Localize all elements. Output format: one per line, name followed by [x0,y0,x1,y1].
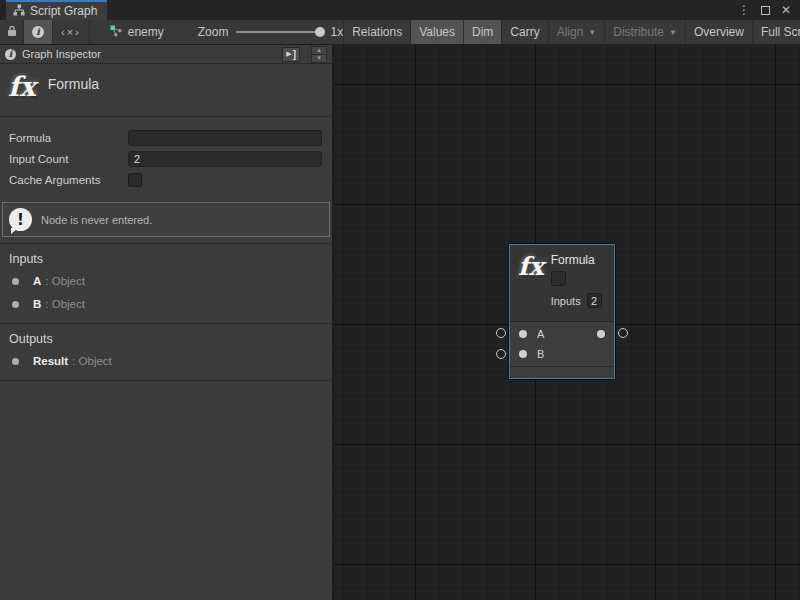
port-b-label: B [537,348,544,360]
spin-up-icon[interactable]: ▲ [311,46,327,55]
dock-icon-bracket: ] [293,49,296,60]
dock-icon: ▶ [286,50,291,58]
port-type: : Object [72,355,112,367]
formula-node-header[interactable]: fx Formula Inputs 2 [510,245,614,321]
distribute-dropdown-button[interactable]: Distribute▼ [604,20,685,44]
graph-canvas[interactable]: fx Formula Inputs 2 A [334,45,800,600]
port-name: A [33,275,41,287]
breadcrumb[interactable]: enemy [100,20,174,44]
cache-arguments-field-label: Cache Arguments [9,174,128,186]
carry-button[interactable]: Carry [501,20,547,44]
script-graph-window: Script Graph ⋮ ✕ i ‹×› enemy Zoom [0,0,800,600]
dim-label: Dim [472,25,493,39]
formula-node-title: Formula [551,253,602,267]
inspector-header: i Graph Inspector ▶] ▲ ▼ [0,45,332,64]
distribute-label: Distribute [613,25,664,39]
lock-icon [7,25,17,40]
align-dropdown-button[interactable]: Align▼ [548,20,605,44]
chevron-down-icon: ▼ [588,28,596,37]
port-row-b: B [510,344,614,364]
title-bar: Script Graph ⋮ ✕ [0,0,800,20]
full-screen-button[interactable]: Full Screen [752,20,800,44]
dock-panel-button[interactable]: ▶] [282,47,300,62]
warning-text: Node is never entered. [41,214,152,226]
close-icon[interactable]: ✕ [781,3,791,17]
zoom-control: Zoom 1x [198,20,343,44]
full-screen-label: Full Screen [761,25,800,39]
outputs-section: Outputs Result : Object [0,323,332,380]
values-button[interactable]: Values [410,20,463,44]
port-row-a: A [510,324,614,344]
outputs-section-title: Outputs [9,332,322,346]
main-area: i Graph Inspector ▶] ▲ ▼ fx Formula Form… [0,45,800,600]
values-label: Values [419,25,455,39]
panel-scroll-spinner: ▲ ▼ [311,46,327,63]
relations-button[interactable]: Relations [343,20,410,44]
tab-script-graph[interactable]: Script Graph [6,0,107,20]
input-port-row-b: B : Object [12,298,322,310]
input-port-row-a: A : Object [12,275,322,287]
info-icon: i [5,49,16,60]
window-menu-icon[interactable]: ⋮ [738,3,750,17]
breadcrumb-label: enemy [128,25,164,39]
port-name: Result [33,355,68,367]
relations-label: Relations [352,25,402,39]
chevron-down-icon: ▼ [669,28,677,37]
tab-label: Script Graph [30,4,97,18]
formula-node-inputs-count[interactable]: 2 [587,293,602,308]
lock-button[interactable] [0,20,24,44]
input-count-input[interactable] [128,151,322,167]
maximize-icon[interactable] [761,6,770,15]
output-port-result[interactable] [597,330,605,338]
align-label: Align [557,25,584,39]
graph-reference-icon [110,25,122,40]
external-connector-a[interactable] [496,328,506,338]
cache-arguments-field-row: Cache Arguments [9,169,322,190]
formula-input[interactable] [128,130,322,146]
formula-node-ports: A B [510,321,614,366]
input-count-field-row: Input Count [9,148,322,169]
info-icon: i [32,26,44,38]
external-connector-result[interactable] [618,328,628,338]
unit-header: fx Formula [0,64,332,117]
input-port-b[interactable] [519,350,527,358]
overview-button[interactable]: Overview [685,20,752,44]
spin-down-icon[interactable]: ▼ [311,55,327,63]
inputs-section: Inputs A : Object B : Object [0,243,332,323]
formula-node-header-fields: Formula Inputs 2 [551,253,602,321]
code-icon: ‹×› [61,26,81,38]
dim-button[interactable]: Dim [463,20,501,44]
window-controls: ⋮ ✕ [738,0,800,20]
port-bullet-icon [12,278,19,285]
inputs-section-title: Inputs [9,252,322,266]
formula-fx-icon: fx [8,73,36,100]
panel-empty-space [0,381,332,600]
formula-fx-icon: fx [518,253,544,321]
toolbar-right-group: Relations Values Dim Carry Align▼ Distri… [343,20,800,44]
zoom-slider-handle[interactable] [315,27,325,37]
input-port-a[interactable] [519,330,527,338]
inspect-toggle-button[interactable]: i [24,20,53,44]
port-type: : Object [45,275,85,287]
zoom-slider[interactable] [236,31,322,33]
formula-node-expression-input[interactable] [551,271,566,286]
graph-toolbar: i ‹×› enemy Zoom 1x Relations Values Dim… [0,20,800,45]
port-name: B [33,298,41,310]
code-view-button[interactable]: ‹×› [53,20,90,44]
graph-hierarchy-icon [13,4,25,19]
port-a-label: A [537,328,544,340]
unit-settings: Formula Input Count Cache Arguments [0,117,332,192]
carry-label: Carry [510,25,539,39]
formula-node-inputs-row: Inputs 2 [551,293,602,308]
formula-field-label: Formula [9,132,128,144]
inspector-title: Graph Inspector [22,48,101,60]
port-bullet-icon [12,301,19,308]
external-connector-b[interactable] [496,349,506,359]
formula-node-footer [510,366,614,378]
warning-box: ! Node is never entered. [2,202,330,237]
output-port-row-result: Result : Object [12,355,322,367]
cache-arguments-checkbox[interactable] [128,173,142,187]
zoom-label: Zoom [198,25,229,39]
warning-icon: ! [9,208,32,231]
formula-node[interactable]: fx Formula Inputs 2 A [509,244,615,379]
